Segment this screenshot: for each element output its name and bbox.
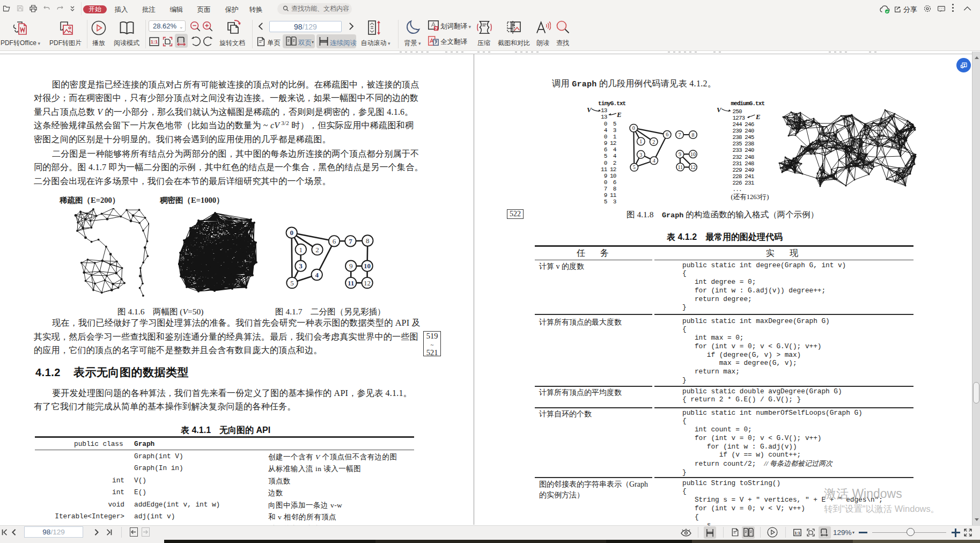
svg-text:2: 2 xyxy=(652,139,655,145)
svg-text:3: 3 xyxy=(639,152,642,158)
svg-text:10: 10 xyxy=(690,151,696,157)
svg-text:7: 7 xyxy=(679,132,681,138)
svg-text:1: 1 xyxy=(639,138,642,144)
svg-text:4: 4 xyxy=(653,158,655,164)
svg-text:11: 11 xyxy=(348,279,354,287)
svg-text:1:1: 1:1 xyxy=(151,39,158,45)
svg-text:10: 10 xyxy=(364,262,371,270)
svg-text:4: 4 xyxy=(315,271,319,279)
svg-text:9: 9 xyxy=(679,151,681,157)
svg-text:1: 1 xyxy=(299,246,303,254)
svg-text:6: 6 xyxy=(333,237,336,245)
svg-text:5: 5 xyxy=(290,279,294,287)
svg-text:5: 5 xyxy=(633,164,636,170)
svg-text:0: 0 xyxy=(290,229,293,237)
svg-text:8: 8 xyxy=(366,237,370,245)
svg-text:6: 6 xyxy=(666,131,668,137)
svg-text:9: 9 xyxy=(349,262,353,270)
svg-text:1:1: 1:1 xyxy=(794,531,800,535)
svg-text:2: 2 xyxy=(315,246,319,254)
svg-text:8: 8 xyxy=(692,132,695,138)
svg-text:3: 3 xyxy=(299,262,303,270)
svg-text:12: 12 xyxy=(690,164,696,170)
svg-text:0: 0 xyxy=(632,125,635,131)
svg-text:12: 12 xyxy=(364,279,371,287)
svg-text:7: 7 xyxy=(349,237,352,245)
svg-text:11: 11 xyxy=(677,164,683,170)
